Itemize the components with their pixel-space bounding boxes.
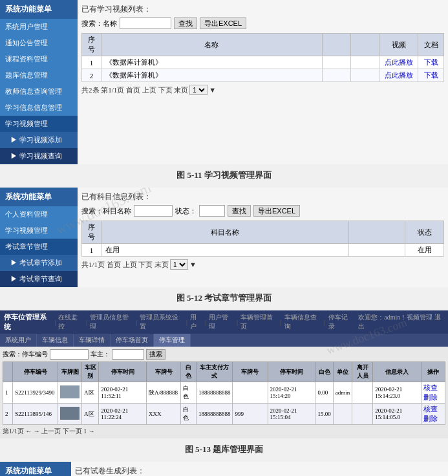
topbar-vquery[interactable]: 车辆信息查询: [284, 313, 322, 331]
doc-link[interactable]: 下载: [424, 58, 438, 66]
topbar-sep: |: [325, 319, 326, 326]
sidebar1-item-0[interactable]: 系统用户管理: [0, 19, 78, 35]
cell-doc[interactable]: 下载: [418, 69, 444, 82]
topbar-sep: |: [54, 319, 56, 326]
db-page-info: 第1/1页 ← → 上一页 下一页 1 →: [3, 427, 445, 436]
col-empty1: [322, 34, 350, 56]
db-tab-3[interactable]: 停车场首页: [111, 334, 154, 347]
sidebar2-item-4[interactable]: ▶ 考试章节查询: [0, 271, 78, 287]
page-select[interactable]: 1: [189, 85, 208, 95]
col-empty3: [348, 221, 405, 244]
sidebar2-title: 系统功能菜单: [0, 188, 78, 206]
video-link[interactable]: 点此播放: [385, 71, 413, 79]
cell-video[interactable]: 点此播放: [379, 69, 418, 82]
dbcol-color2: 白色: [315, 362, 333, 382]
plate-image: [60, 385, 80, 398]
doc-link[interactable]: 下载: [424, 71, 438, 79]
topbar-vehicle[interactable]: 车辆管理首页: [240, 313, 278, 331]
section1-content: 已有学习视频列表： 搜索：名称 查找 导出EXCEL 序号 名称 视频 文档: [78, 0, 448, 164]
topbar-admin[interactable]: 管理员信息管理: [90, 313, 134, 331]
section2-list-title: 已有科目信息列表：: [81, 191, 444, 202]
section1-table: 序号 名称 视频 文档 1 《数据库计算机》 点此播放: [81, 33, 444, 82]
topbar-user[interactable]: 用户: [190, 313, 202, 331]
db-parking-input[interactable]: [50, 349, 89, 360]
cell-phone: 999: [233, 404, 268, 425]
dbcol-num: [3, 362, 13, 382]
excel-button2[interactable]: 导出EXCEL: [253, 205, 300, 217]
cell-leaver: [352, 404, 373, 425]
search-button2[interactable]: 查找: [228, 205, 251, 217]
cell-e1: [322, 56, 350, 69]
section1-layout: 系统功能菜单 系统用户管理 通知公告管理 课程资料管理 题库信息管理 教师信息查…: [0, 0, 448, 164]
sidebar1-item-5[interactable]: 学习信息信息管理: [0, 100, 78, 116]
dbcol-parknum: 停车编号: [13, 362, 58, 382]
excel-button[interactable]: 导出EXCEL: [200, 17, 246, 29]
topbar-settings[interactable]: 管理员系统设置: [140, 313, 184, 331]
col-status: 状态: [405, 221, 444, 244]
db-search-label1: 搜索：停车编号: [3, 350, 48, 359]
cell-video[interactable]: 点此播放: [379, 56, 418, 69]
dbcol-intime: 停车时间: [99, 362, 147, 382]
db-search-btn[interactable]: 搜索: [146, 349, 165, 360]
cell-intime: 2020-02-21 11:52:11: [99, 382, 147, 404]
cell-e1: [322, 69, 350, 82]
dbcol-plate: 车牌号: [147, 362, 181, 382]
cell-status: 在用: [405, 244, 444, 257]
video-link[interactable]: 点此播放: [385, 58, 413, 66]
cell-outtime: 2020-02-21 15:15:04: [268, 404, 315, 425]
sidebar1-item-6[interactable]: 学习视频管理: [0, 116, 78, 132]
page-select2[interactable]: 1: [170, 259, 188, 270]
cell-plate: 陕A/888888: [147, 382, 181, 404]
sidebar1-item-2[interactable]: 课程资料管理: [0, 51, 78, 67]
db-tab-0[interactable]: 系统用户: [0, 334, 37, 347]
app-title: 停车位管理系统: [4, 312, 52, 332]
cell-action[interactable]: 核查删除: [421, 382, 445, 404]
table-row: 1 《数据库计算机》 点此播放 下载: [82, 56, 444, 69]
search-button[interactable]: 查找: [174, 17, 197, 29]
sidebar1-item-7[interactable]: ▶ 学习视频添加: [0, 132, 78, 148]
sidebar1-item-1[interactable]: 通知公告管理: [0, 35, 78, 51]
db-table-row: 1 S22113929/3490 A区 2020-02-21 11:52:11 …: [3, 382, 445, 404]
sidebar2-item-2[interactable]: 考试章节管理: [0, 239, 78, 255]
col-video: 视频: [379, 34, 418, 56]
cell-price: [333, 404, 352, 425]
cell-e2: [350, 56, 379, 69]
db-navtabs: 系统用户 车辆信息 车辆详情 停车场首页 停车管理: [0, 334, 448, 347]
cell-color: 白色: [181, 404, 197, 425]
cell-outtime: 2020-02-21 15:14:20: [268, 382, 315, 404]
cell-doc[interactable]: 下载: [418, 56, 444, 69]
cell-recorder: 2020-02-21 15:14:23.0: [373, 382, 421, 404]
db-tab-1[interactable]: 车辆信息: [37, 334, 74, 347]
status-input[interactable]: [199, 205, 225, 217]
dbcol-recorder: 信息录入: [373, 362, 421, 382]
subject-input[interactable]: [134, 205, 173, 217]
topbar-sep: |: [86, 319, 87, 326]
db-tab-4[interactable]: 停车管理: [154, 334, 191, 347]
db-table-row: 2 S22113895/146 A区 2020-02-21 11:22:24 X…: [3, 404, 445, 425]
sidebar1-item-4[interactable]: 教师信息查询管理: [0, 83, 78, 100]
topbar-record[interactable]: 停车记录: [328, 313, 354, 331]
cell-action[interactable]: 核查删除: [421, 404, 445, 425]
sidebar2-item-3[interactable]: ▶ 考试章节添加: [0, 255, 78, 271]
cell-id: 1: [82, 56, 101, 69]
sidebar2-item-0[interactable]: 个人资料管理: [0, 206, 78, 222]
col-empty2: [350, 34, 379, 56]
db-owner-input[interactable]: [112, 349, 144, 360]
sidebar1-item-3[interactable]: 题库信息管理: [0, 67, 78, 83]
db-tab-2[interactable]: 车辆详情: [74, 334, 111, 347]
dbcol-zone: 车区别: [82, 362, 99, 382]
topbar-usermgr[interactable]: 用户管理: [209, 313, 234, 331]
sidebar1-item-8[interactable]: ▶ 学习视频查询: [0, 148, 78, 164]
search-input[interactable]: [120, 17, 171, 29]
topbar-monitor[interactable]: 在线监控: [58, 313, 83, 331]
section2-table: 序号 科目名称 状态 1 在用 在用: [81, 221, 444, 257]
col-name: 名称: [101, 34, 323, 56]
table-row: 1 在用 在用: [82, 244, 444, 257]
section4-layout: 系统功能菜单 个人资料管理 学习视频管理 考试章节管理 题库管理 试卷管理 ▶ …: [0, 462, 448, 476]
action-link[interactable]: 核查删除: [423, 405, 438, 422]
cell-name2: 在用: [101, 244, 349, 257]
sidebar4: 系统功能菜单 个人资料管理 学习视频管理 考试章节管理 题库管理 试卷管理 ▶ …: [0, 462, 71, 476]
action-link[interactable]: 核查删除: [423, 384, 438, 401]
sidebar2-item-1[interactable]: 学习视频管理: [0, 222, 78, 239]
cell-price: admin: [333, 382, 352, 404]
